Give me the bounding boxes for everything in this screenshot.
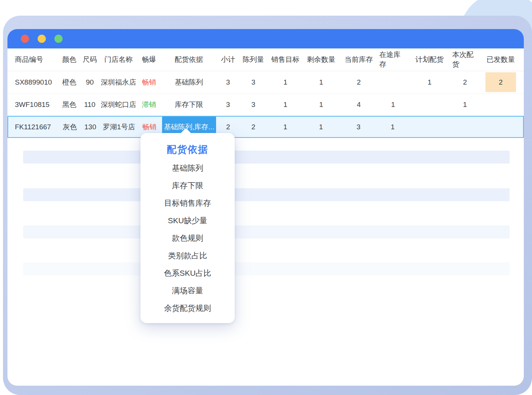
cell-sale-status: 滞销	[136, 94, 162, 116]
skeleton-row-placeholder	[23, 262, 510, 275]
popup-item-list: 基础陈列 库存下限 目标销售库存 SKU缺少量 款色规则 类别款占比 色系SKU…	[140, 159, 235, 317]
shipped-qty-highlight: 2	[485, 72, 516, 92]
popup-item-color-sku-ratio[interactable]: 色系SKU占比	[140, 264, 235, 282]
cell-size: 90	[79, 71, 101, 93]
window-frame: 商品编号 颜色 尺码 门店名称 畅爆 配货依据 小计 陈列量 销售目标 剩余数量…	[3, 16, 532, 395]
popup-item-surplus-allocation-rule[interactable]: 余货配货规则	[140, 299, 235, 317]
cell-in-transit-stock: 1	[379, 94, 407, 116]
cell-current-stock: 4	[338, 94, 379, 116]
cell-product-code: 3WF10815	[7, 94, 60, 116]
cell-product-code: FK1121667	[8, 117, 60, 137]
cell-size: 110	[79, 94, 101, 116]
column-header-shipped-qty: 已发数量	[478, 48, 524, 71]
popup-item-stock-lower-limit[interactable]: 库存下限	[140, 177, 235, 194]
window-titlebar	[7, 29, 524, 48]
cell-display-qty: 3	[240, 71, 267, 93]
cell-planned-allocation: 1	[407, 71, 452, 93]
cell-size: 130	[79, 117, 101, 137]
popup-item-full-capacity[interactable]: 满场容量	[140, 282, 235, 299]
cell-this-allocation: 2	[452, 71, 478, 93]
cell-remaining-qty: 1	[304, 71, 338, 93]
column-header-color: 颜色	[60, 48, 79, 71]
popup-item-category-style-ratio[interactable]: 类别款占比	[140, 247, 235, 264]
traffic-light-zoom-button[interactable]	[54, 35, 63, 43]
table-row[interactable]: 3WF10815 黑色 110 深圳蛇口店 滞销 库存下限 3 3 1 1 4 …	[7, 94, 524, 116]
cell-allocation-basis[interactable]: 库存下限	[162, 94, 216, 116]
column-header-store-name: 门店名称	[101, 48, 136, 71]
cell-display-qty: 2	[240, 117, 267, 137]
column-header-remaining-qty: 剩余数量	[304, 48, 338, 71]
cell-remaining-qty: 1	[304, 117, 338, 137]
popup-item-basic-display[interactable]: 基础陈列	[140, 159, 235, 177]
cell-current-stock: 3	[338, 117, 379, 137]
cell-store-name: 罗湖1号店	[101, 117, 137, 137]
cell-sale-status: 畅销	[136, 71, 162, 93]
cell-subtotal: 3	[216, 94, 240, 116]
column-header-sales-target: 销售目标	[267, 48, 304, 71]
cell-subtotal: 3	[216, 71, 240, 93]
cell-current-stock: 2	[338, 71, 379, 93]
table-row[interactable]: SX8899010 橙色 90 深圳福永店 畅销 基础陈列 3 3 1 1 2 …	[7, 71, 524, 94]
skeleton-row-placeholder	[23, 188, 510, 201]
column-header-subtotal: 小计	[216, 48, 240, 71]
skeleton-row-placeholder	[23, 225, 510, 238]
cell-planned-allocation	[406, 117, 452, 137]
cell-this-allocation	[452, 117, 477, 137]
cell-remaining-qty: 1	[304, 94, 338, 116]
cell-sales-target: 1	[267, 71, 304, 93]
skeleton-row-placeholder	[23, 151, 510, 164]
column-header-in-transit-stock: 在途库存	[379, 48, 407, 71]
popup-item-style-color-rule[interactable]: 款色规则	[140, 229, 235, 247]
cell-store-name: 深圳福永店	[101, 71, 136, 93]
popup-item-target-sales-stock[interactable]: 目标销售库存	[140, 194, 235, 212]
cell-allocation-basis[interactable]: 基础陈列	[162, 71, 216, 93]
cell-store-name: 深圳蛇口店	[101, 94, 136, 116]
column-header-product-code: 商品编号	[7, 48, 60, 71]
column-header-this-allocation: 本次配货	[452, 48, 478, 71]
column-header-planned-allocation: 计划配货	[407, 48, 452, 71]
cell-this-allocation: 1	[452, 94, 478, 116]
cell-in-transit-stock: 1	[379, 117, 406, 137]
app-window: 商品编号 颜色 尺码 门店名称 畅爆 配货依据 小计 陈列量 销售目标 剩余数量…	[7, 29, 524, 386]
cell-shipped-qty: 2	[478, 71, 524, 93]
column-header-sale-status: 畅爆	[136, 48, 162, 71]
cell-color: 灰色	[60, 117, 80, 137]
allocation-basis-popup: 配货依据 基础陈列 库存下限 目标销售库存 SKU缺少量 款色规则 类别款占比 …	[140, 133, 235, 323]
cell-product-code: SX8899010	[7, 71, 60, 93]
column-header-allocation-basis: 配货依据	[162, 48, 216, 71]
cell-sales-target: 1	[267, 117, 304, 137]
cell-in-transit-stock	[379, 71, 407, 93]
cell-display-qty: 3	[240, 94, 267, 116]
cell-shipped-qty	[478, 94, 524, 116]
page: 商品编号 颜色 尺码 门店名称 畅爆 配货依据 小计 陈列量 销售目标 剩余数量…	[0, 0, 532, 395]
popup-title: 配货依据	[140, 142, 235, 157]
cell-color: 黑色	[60, 94, 79, 116]
table-header-row: 商品编号 颜色 尺码 门店名称 畅爆 配货依据 小计 陈列量 销售目标 剩余数量…	[7, 48, 524, 71]
traffic-light-minimize-button[interactable]	[38, 35, 46, 43]
column-header-size: 尺码	[79, 48, 101, 71]
cell-planned-allocation	[407, 94, 452, 116]
cell-shipped-qty	[477, 117, 523, 137]
cell-sales-target: 1	[267, 94, 304, 116]
traffic-light-close-button[interactable]	[21, 35, 29, 43]
table-row-selected[interactable]: FK1121667 灰色 130 罗湖1号店 畅销 基础陈列,库存... 2 2…	[7, 116, 524, 138]
cell-color: 橙色	[60, 71, 79, 93]
column-header-display-qty: 陈列量	[240, 48, 267, 71]
column-header-current-stock: 当前库存	[338, 48, 379, 71]
popup-item-sku-shortage[interactable]: SKU缺少量	[140, 212, 235, 229]
